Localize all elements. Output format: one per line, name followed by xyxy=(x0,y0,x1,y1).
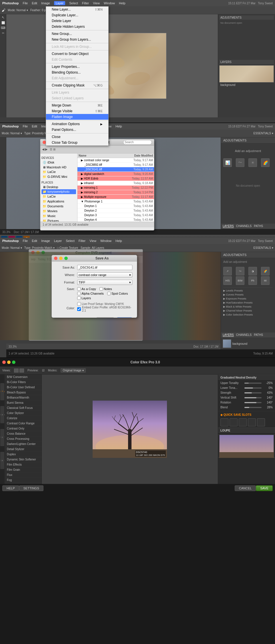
lower-tonality-slider[interactable] xyxy=(244,387,262,389)
file-dreyton4a[interactable]: Dreyton 4Today, 5:43 AM xyxy=(77,218,154,222)
adj-icon-1[interactable]: ↗ xyxy=(223,267,232,275)
filter-duplex[interactable]: Duplex xyxy=(5,452,41,457)
nav-landscape[interactable]: Lan xyxy=(0,406,4,423)
menu-blending-options[interactable]: Blending Options... xyxy=(46,70,108,75)
tool-move[interactable]: ↖ xyxy=(2,15,5,19)
save-button[interactable]: Save xyxy=(117,317,132,318)
checkbox-spot-input[interactable] xyxy=(107,292,111,295)
menu2-edit[interactable]: Edit xyxy=(32,125,37,128)
sidebar-pictures[interactable]: 📁 Pictures xyxy=(41,218,76,222)
menu-merge-down[interactable]: Merge Down⌘E xyxy=(46,103,108,108)
dialog-close[interactable] xyxy=(54,257,57,260)
tab-layers-3[interactable]: LAYERS xyxy=(223,333,234,337)
tool-lasso[interactable]: ⌨ xyxy=(1,26,5,30)
adj-levels-icon[interactable]: 📊 xyxy=(223,158,232,167)
checkbox-notes[interactable]: Notes xyxy=(99,287,112,291)
fb-back-btn[interactable]: ◀ ▶ xyxy=(42,147,47,151)
file-infrared[interactable]: ▶ infraredToday, 6:18 AM xyxy=(77,181,154,186)
blend-slider[interactable] xyxy=(244,407,262,408)
adj-vibrance-icon[interactable]: 🌈 xyxy=(261,158,270,167)
sidebar-documents[interactable]: 📁 Documents xyxy=(41,204,76,209)
sidebar-music[interactable]: 📁 Music xyxy=(41,214,76,218)
help-button[interactable]: HELP xyxy=(2,485,19,491)
file-digital-sandwich[interactable]: ▶ digital sandwichToday, 9:20 AM xyxy=(77,172,154,176)
nav-favorites[interactable]: Fav xyxy=(0,452,4,469)
adj-hue-sat-presets[interactable]: ▶ Hue/Saturation Presets xyxy=(223,301,273,305)
tab-channels-3[interactable]: CHANNELS xyxy=(236,333,252,337)
adj-add-text[interactable]: Add an adjustment xyxy=(223,149,273,153)
where-select[interactable]: contrast color range ▾ xyxy=(77,272,132,277)
dialog-zoom[interactable] xyxy=(64,257,68,260)
menu-image[interactable]: Image xyxy=(41,1,50,5)
tab-paths[interactable]: PATHS xyxy=(254,224,263,228)
tab-channels[interactable]: CHANNELS xyxy=(236,224,252,228)
menu-edit[interactable]: Edit xyxy=(32,1,37,5)
filter-bicolor[interactable]: Bi-Color Filters xyxy=(5,380,41,385)
filter-fog[interactable]: Fog xyxy=(5,478,41,483)
save-dialog[interactable]: Save As Save As: Where: contrast color r… xyxy=(51,255,137,318)
menu3-window[interactable]: Window xyxy=(100,239,111,243)
adj-add-3[interactable]: Add an adjustment xyxy=(221,258,275,266)
menu-file[interactable]: File xyxy=(23,1,28,5)
quick-save-slot-2[interactable] xyxy=(230,418,238,426)
filter-flux[interactable]: Flux xyxy=(5,472,41,478)
sidebar-desktop[interactable]: 🖥 Desktop xyxy=(41,185,76,189)
preview-check[interactable]: ☑ xyxy=(42,369,45,372)
menu-merge-visible[interactable]: Merge Visible⇧⌘E xyxy=(46,108,108,114)
file-mirroring1[interactable]: ▶ mirroring 1Today, 12:22 PM xyxy=(77,186,154,190)
settings-button[interactable]: SETTINGS xyxy=(19,485,43,491)
adj-bw-presets[interactable]: ▶ Black & White Presets xyxy=(223,305,273,309)
adj-icon-7[interactable]: Ph xyxy=(248,276,257,285)
adj-curves-icon[interactable]: 〜 xyxy=(236,158,244,167)
filter-dynamic-skin[interactable]: Dynamic Skin Softener xyxy=(5,457,41,462)
tool-brush[interactable]: 🖌 xyxy=(2,8,5,12)
file-dreyton2a[interactable]: Dreyton 2Today, 5:43 AM xyxy=(77,208,154,213)
adj-levels-presets[interactable]: ▶ Levels Presets xyxy=(223,289,273,293)
menu-select[interactable]: Select xyxy=(69,1,78,5)
menu-delete-hidden[interactable]: Delete Hidden Layers xyxy=(46,24,108,29)
nav-styling[interactable]: Sty xyxy=(0,383,4,400)
sidebar-gdrive[interactable]: 📁 G-DRIVE Mini xyxy=(41,174,76,179)
fb-view-toggle[interactable]: ☰ ⊞ xyxy=(50,148,55,151)
tool-crop[interactable]: ✂ xyxy=(2,31,4,35)
save-button-cep[interactable]: SAVE xyxy=(256,485,273,491)
menu3-layer[interactable]: Layer xyxy=(54,239,62,243)
checkbox-layers[interactable]: Layers xyxy=(77,296,132,300)
adj-icon-8[interactable]: Mi xyxy=(261,276,270,285)
menu-close-tab-group[interactable]: Close Tab Group xyxy=(46,140,108,145)
filter-brilliance[interactable]: Brilliance/Warmth xyxy=(5,395,41,400)
menu-layer[interactable]: Layer xyxy=(54,1,65,5)
filter-color-stylizer[interactable]: Color Stylizer xyxy=(5,411,41,416)
file-multiple-exposure[interactable]: ▶ Multiple exposureToday, 11:17 AM xyxy=(77,195,154,199)
dialog-min[interactable] xyxy=(59,257,63,260)
checkbox-notes-input[interactable] xyxy=(99,287,103,291)
upper-tonality-slider[interactable] xyxy=(244,383,262,384)
filter-bicolor-user[interactable]: Bi-Color User Defined xyxy=(5,385,41,390)
tab-layers[interactable]: LAYERS xyxy=(223,224,234,228)
menu-duplicate-layer[interactable]: Duplicate Layer... xyxy=(46,12,108,18)
layer-dropdown-menu[interactable]: New Layer...⇧⌘N Duplicate Layer... Delet… xyxy=(46,6,109,146)
menu-animation-options[interactable]: Animation Options▶ xyxy=(46,121,108,127)
checkbox-as-copy[interactable]: As a Copy xyxy=(77,287,96,291)
menu3-select[interactable]: Select xyxy=(66,239,75,243)
rotation-slider[interactable] xyxy=(244,402,262,403)
menu3-file[interactable]: File xyxy=(23,239,28,243)
filter-film-effects[interactable]: Film Effects xyxy=(5,462,41,467)
fb-search-input[interactable] xyxy=(123,140,152,145)
filter-film-grain[interactable]: Film Grain xyxy=(5,467,41,472)
filter-foliage[interactable]: Foliage xyxy=(5,483,41,484)
vertical-shift-slider[interactable] xyxy=(244,397,262,398)
proof-setup-checkbox[interactable] xyxy=(77,302,81,306)
menu-new-group[interactable]: New Group... xyxy=(46,31,108,37)
nav-portrait[interactable]: Por xyxy=(0,429,4,446)
menu-new-layer[interactable]: New Layer...⇧⌘N xyxy=(46,7,108,12)
menu3-filter[interactable]: Filter xyxy=(79,239,85,243)
menu2-file[interactable]: File xyxy=(23,125,28,128)
menu2-help[interactable]: Help xyxy=(115,125,122,128)
quick-save-slot-5[interactable] xyxy=(257,418,265,426)
tab-paths-3[interactable]: PATHS xyxy=(254,333,263,337)
menu-flatten-image[interactable]: Flatten Image xyxy=(46,114,108,120)
checkbox-alpha[interactable]: Alpha Channels xyxy=(77,292,104,295)
file-dsc9141[interactable]: _DSC9141.tiffToday, 9:28 AM xyxy=(77,167,154,172)
modes-select[interactable]: Original Image ▾ xyxy=(61,368,86,373)
